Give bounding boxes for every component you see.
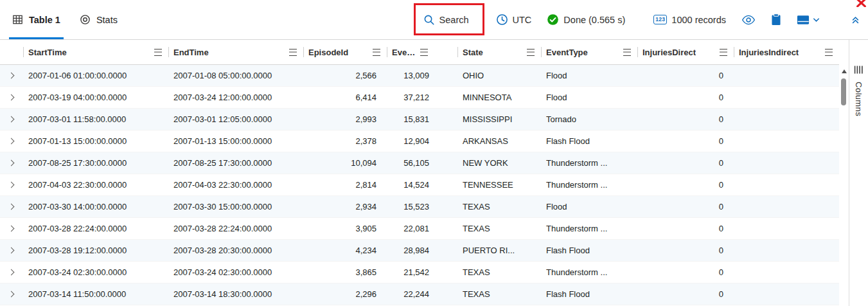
row-expand-button[interactable] bbox=[0, 240, 23, 261]
cell-starttime[interactable]: 2007-03-28 22:24:00.0000 bbox=[23, 218, 168, 239]
column-menu-icon[interactable] bbox=[373, 49, 380, 56]
cell-injuriesdirect[interactable]: 0 bbox=[637, 284, 734, 305]
cell-eventtype[interactable]: Flash Flood bbox=[541, 284, 637, 305]
cell-starttime[interactable]: 2007-04-03 22:30:00.0000 bbox=[23, 174, 168, 195]
row-expand-button[interactable] bbox=[0, 87, 23, 108]
cell-state[interactable]: MISSISSIPPI bbox=[457, 109, 541, 130]
cell-starttime[interactable]: 2007-01-06 01:00:00.0000 bbox=[23, 65, 168, 86]
cell-injuriesdirect[interactable]: 0 bbox=[637, 65, 734, 86]
cell-endtime[interactable]: 2007-03-28 22:24:00.0000 bbox=[168, 218, 303, 239]
row-expand-button[interactable] bbox=[0, 152, 23, 174]
cell-eventtype[interactable]: Tornado bbox=[541, 109, 637, 130]
cell-eventid[interactable]: 14,524 bbox=[387, 174, 457, 195]
column-menu-icon[interactable] bbox=[289, 49, 297, 56]
cell-injuriesdirect[interactable]: 0 bbox=[637, 130, 734, 152]
column-menu-icon[interactable] bbox=[623, 49, 631, 56]
cell-state[interactable]: MINNESOTA bbox=[457, 87, 541, 108]
cell-injuriesindirect[interactable] bbox=[734, 152, 749, 174]
cell-endtime[interactable]: 2007-04-03 22:30:00.0000 bbox=[168, 174, 303, 195]
table-row[interactable]: 2007-03-28 19:12:00.00002007-03-28 20:30… bbox=[0, 240, 839, 262]
cell-injuriesindirect[interactable] bbox=[734, 87, 749, 108]
cell-episodeid[interactable]: 4,234 bbox=[303, 240, 387, 261]
cell-injuriesindirect[interactable] bbox=[734, 218, 749, 239]
column-header-eventid[interactable]: EventId bbox=[387, 40, 457, 64]
cell-eventtype[interactable]: Flood bbox=[541, 196, 637, 217]
cell-endtime[interactable]: 2007-01-08 05:00:00.0000 bbox=[168, 65, 303, 86]
cell-injuriesindirect[interactable] bbox=[734, 284, 749, 305]
scrollbar-up-arrow-icon[interactable] bbox=[842, 69, 847, 73]
timezone-selector[interactable]: UTC bbox=[496, 14, 532, 26]
cell-state[interactable]: TEXAS bbox=[457, 284, 541, 305]
row-expand-button[interactable] bbox=[0, 262, 23, 283]
cell-starttime[interactable]: 2007-03-19 04:00:00.0000 bbox=[23, 87, 168, 108]
cell-starttime[interactable]: 2007-03-24 02:30:00.0000 bbox=[23, 262, 168, 283]
cell-starttime[interactable]: 2007-08-25 17:30:00.0000 bbox=[23, 152, 168, 174]
cell-episodeid[interactable]: 3,865 bbox=[303, 262, 387, 283]
scrollbar-thumb[interactable] bbox=[841, 78, 846, 105]
table-row[interactable]: 2007-03-30 14:00:00.00002007-03-30 15:00… bbox=[0, 196, 839, 218]
cell-endtime[interactable]: 2007-03-24 12:00:00.0000 bbox=[168, 87, 303, 108]
table-row[interactable]: 2007-01-13 15:00:00.00002007-01-13 15:00… bbox=[0, 130, 839, 152]
vertical-scrollbar[interactable] bbox=[839, 66, 849, 306]
row-expand-button[interactable] bbox=[0, 174, 23, 195]
table-row[interactable]: 2007-04-03 22:30:00.00002007-04-03 22:30… bbox=[0, 174, 839, 196]
cell-eventtype[interactable]: Thunderstorm ... bbox=[541, 152, 637, 174]
row-expand-button[interactable] bbox=[0, 65, 23, 86]
table-row[interactable]: 2007-01-06 01:00:00.00002007-01-08 05:00… bbox=[0, 65, 839, 87]
table-row[interactable]: 2007-03-24 02:30:00.00002007-03-24 02:30… bbox=[0, 262, 839, 284]
cell-eventtype[interactable]: Flood bbox=[541, 65, 637, 86]
row-expand-button[interactable] bbox=[0, 284, 23, 305]
cell-injuriesindirect[interactable] bbox=[734, 196, 749, 217]
cell-starttime[interactable]: 2007-03-14 11:50:00.0000 bbox=[23, 284, 168, 305]
tab-stats[interactable]: Stats bbox=[70, 0, 127, 39]
cell-starttime[interactable]: 2007-03-01 11:58:00.0000 bbox=[23, 109, 168, 130]
cell-state[interactable]: TEXAS bbox=[457, 196, 541, 217]
cell-state[interactable]: TENNESSEE bbox=[457, 174, 541, 195]
cell-eventtype[interactable]: Thunderstorm ... bbox=[541, 262, 637, 283]
cell-starttime[interactable]: 2007-01-13 15:00:00.0000 bbox=[23, 130, 168, 152]
cell-starttime[interactable]: 2007-03-28 19:12:00.0000 bbox=[23, 240, 168, 261]
column-header-endtime[interactable]: EndTime bbox=[168, 40, 303, 64]
cell-state[interactable]: OHIO bbox=[457, 65, 541, 86]
copy-results-button[interactable] bbox=[771, 14, 781, 26]
cell-episodeid[interactable]: 10,094 bbox=[303, 152, 387, 174]
cell-eventtype[interactable]: Flash Flood bbox=[541, 130, 637, 152]
cell-eventtype[interactable]: Thunderstorm ... bbox=[541, 174, 637, 195]
cell-endtime[interactable]: 2007-03-14 18:30:00.0000 bbox=[168, 284, 303, 305]
cell-injuriesindirect[interactable] bbox=[734, 174, 749, 195]
cell-endtime[interactable]: 2007-03-01 12:05:00.0000 bbox=[168, 109, 303, 130]
cell-endtime[interactable]: 2007-08-25 17:30:00.0000 bbox=[168, 152, 303, 174]
cell-eventid[interactable]: 22,081 bbox=[387, 218, 457, 239]
cell-eventid[interactable]: 15,523 bbox=[387, 196, 457, 217]
cell-eventtype[interactable]: Flash Flood bbox=[541, 240, 637, 261]
cell-eventid[interactable]: 56,105 bbox=[387, 152, 457, 174]
cell-injuriesindirect[interactable] bbox=[734, 65, 749, 86]
cell-eventid[interactable]: 28,984 bbox=[387, 240, 457, 261]
table-row[interactable]: 2007-03-14 11:50:00.00002007-03-14 18:30… bbox=[0, 284, 839, 305]
collapse-panel-button[interactable] bbox=[851, 15, 860, 24]
column-menu-icon[interactable] bbox=[720, 49, 727, 56]
row-expand-button[interactable] bbox=[0, 109, 23, 130]
cell-episodeid[interactable]: 2,814 bbox=[303, 174, 387, 195]
cell-episodeid[interactable]: 2,566 bbox=[303, 65, 387, 86]
cell-starttime[interactable]: 2007-03-30 14:00:00.0000 bbox=[23, 196, 168, 217]
cell-injuriesindirect[interactable] bbox=[734, 262, 749, 283]
table-row[interactable]: 2007-08-25 17:30:00.00002007-08-25 17:30… bbox=[0, 152, 839, 174]
cell-endtime[interactable]: 2007-03-30 15:00:00.0000 bbox=[168, 196, 303, 217]
cell-episodeid[interactable]: 2,993 bbox=[303, 109, 387, 130]
tab-table1[interactable]: Table 1 bbox=[3, 0, 70, 39]
cell-episodeid[interactable]: 3,905 bbox=[303, 218, 387, 239]
table-row[interactable]: 2007-03-01 11:58:00.00002007-03-01 12:05… bbox=[0, 109, 839, 130]
row-expand-button[interactable] bbox=[0, 196, 23, 217]
cell-injuriesdirect[interactable]: 0 bbox=[637, 196, 734, 217]
cell-injuriesdirect[interactable]: 0 bbox=[637, 218, 734, 239]
cell-episodeid[interactable]: 6,414 bbox=[303, 87, 387, 108]
row-expand-button[interactable] bbox=[0, 130, 23, 152]
cell-injuriesdirect[interactable]: 0 bbox=[637, 240, 734, 261]
cell-eventid[interactable]: 15,831 bbox=[387, 109, 457, 130]
cell-eventid[interactable]: 12,904 bbox=[387, 130, 457, 152]
cell-eventid[interactable]: 13,009 bbox=[387, 65, 457, 86]
column-header-starttime[interactable]: StartTime bbox=[23, 40, 168, 64]
cell-injuriesindirect[interactable] bbox=[734, 130, 749, 152]
column-header-injuriesdirect[interactable]: InjuriesDirect bbox=[637, 40, 734, 64]
